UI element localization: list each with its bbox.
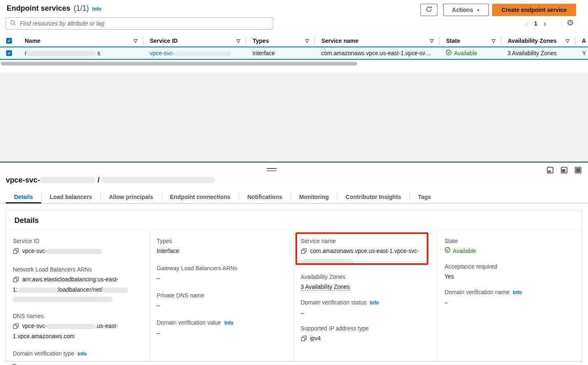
field-domain-verification-value: Domain verification value Info – (157, 319, 286, 337)
column-header-service-name[interactable]: Service name ▽ (315, 35, 439, 47)
panel-size-large-icon[interactable] (575, 167, 581, 173)
column-label: Name (25, 37, 40, 44)
sort-icon[interactable]: ▽ (562, 38, 569, 44)
resource-count: (1/1) (74, 4, 89, 13)
tab-monitoring[interactable]: Monitoring (291, 191, 337, 203)
select-all-cell: ✓ (0, 35, 18, 47)
cell-state: Available (439, 49, 501, 57)
availability-zones-popover-link[interactable]: 3 Availability Zones (301, 283, 350, 290)
field-label: DNS names (13, 312, 142, 320)
search-input[interactable] (19, 20, 269, 27)
split-panel-drag-handle[interactable] (267, 168, 277, 171)
field-dns-names: DNS names vpce-svc-.us-east- 1.vpce.amaz… (13, 312, 142, 341)
table-row[interactable]: ✓ r s vpce-svc- Interface com.amazonaws.… (0, 47, 588, 60)
tab-load-balancers[interactable]: Load balancers (42, 191, 100, 203)
column-header-name[interactable]: Name ▽ (18, 35, 143, 47)
field-value: – (157, 328, 286, 337)
field-value: – (13, 359, 142, 365)
redacted-text (40, 177, 95, 183)
column-label: Types (253, 37, 269, 44)
cell-service-id: vpce-svc- (143, 50, 246, 56)
page-title: Endpoint services (7, 4, 70, 13)
row-checkbox[interactable]: ✓ (6, 50, 12, 56)
field-supported-ip: Supported IP address type ipv4 (301, 325, 430, 344)
service-id-value-prefix: vpce-svc- (22, 248, 47, 254)
search-icon (10, 20, 16, 27)
field-label: Types (157, 237, 286, 245)
refresh-icon (425, 6, 432, 14)
tab-details[interactable]: Details (6, 191, 41, 203)
state-label: Available (453, 246, 476, 255)
field-glb-arns: Gateway Load Balancers ARNs – (157, 264, 286, 283)
redacted-text (102, 177, 215, 183)
tab-endpoint-connections[interactable]: Endpoint connections (162, 191, 239, 203)
select-all-checkbox[interactable]: ✓ (6, 38, 12, 44)
status-available-icon (444, 246, 451, 255)
sort-icon[interactable]: ▽ (130, 38, 137, 44)
sort-icon[interactable]: ▽ (427, 38, 434, 44)
panel-size-medium-icon[interactable] (561, 167, 567, 173)
field-value: Yes (444, 272, 574, 281)
tab-contributor-insights[interactable]: Contributor Insights (337, 191, 409, 203)
column-header-state[interactable]: State ▽ (439, 35, 501, 47)
field-private-dns-name: Private DNS name – (157, 292, 286, 310)
domain-verification-value-info-link[interactable]: Info (224, 319, 233, 327)
field-label: Availability Zones (301, 273, 430, 281)
panel-size-small-icon[interactable] (547, 167, 553, 173)
panel-title-separator: / (98, 176, 100, 184)
redacted-text (18, 288, 57, 293)
refresh-button[interactable] (421, 4, 437, 16)
nlb-arn-line2-prefix: 1: (13, 286, 18, 293)
cell-acceptance-truncated: Y (575, 50, 588, 56)
copy-icon[interactable] (13, 248, 19, 257)
tab-label: Notifications (247, 194, 282, 200)
field-label: Domain verification name (444, 288, 509, 296)
column-header-types[interactable]: Types ▽ (246, 35, 315, 47)
actions-button[interactable]: Actions ▼ (443, 4, 489, 16)
tab-bar: Details Load balancers Allow principals … (0, 191, 588, 204)
pagination-prev-icon[interactable]: ‹ (525, 19, 528, 28)
column-header-availability-zones[interactable]: Availability Zones ▽ (501, 35, 575, 47)
copy-icon[interactable] (13, 323, 19, 332)
sort-icon[interactable]: ▽ (302, 38, 309, 44)
domain-verification-name-info-link[interactable]: Info (513, 289, 522, 296)
service-id-link[interactable]: vpce-svc- (150, 50, 231, 56)
copy-icon[interactable] (13, 276, 19, 285)
redacted-text (13, 297, 113, 302)
gear-icon[interactable]: ⚙ (567, 18, 574, 28)
split-panel-title: vpce-svc- / (6, 176, 215, 185)
field-label: Network Load Balancers ARNs (13, 266, 142, 273)
column-label: A (582, 37, 586, 44)
field-value: – (301, 308, 430, 317)
copy-icon[interactable] (301, 335, 307, 344)
supported-ip-value: ipv4 (310, 335, 321, 342)
tab-allow-principals[interactable]: Allow principals (101, 191, 161, 203)
field-label: Private DNS name (157, 292, 286, 299)
sort-icon[interactable]: ▽ (233, 38, 240, 44)
pagination-next-icon[interactable]: › (544, 19, 546, 28)
copy-icon[interactable] (301, 248, 307, 257)
page-info-link[interactable]: Info (92, 6, 101, 12)
state-label: Available (454, 50, 477, 56)
column-header-service-id[interactable]: Service ID ▽ (143, 35, 246, 47)
availability-zones-popover-link[interactable]: 3 Availability Zones (507, 50, 557, 56)
cell-types: Interface (246, 50, 315, 56)
field-label: Gateway Load Balancers ARNs (157, 264, 286, 272)
pagination-divider (562, 19, 562, 28)
domain-verification-type-info-link[interactable]: Info (77, 350, 86, 358)
horizontal-scrollbar[interactable] (1, 62, 357, 66)
field-label: Supported IP address type (301, 325, 430, 332)
domain-verification-status-info-link[interactable]: Info (370, 299, 379, 307)
column-header-acceptance-truncated[interactable]: A (575, 35, 588, 47)
dns-name-line2: 1.vpce.amazonaws.com (13, 333, 74, 339)
field-label: Domain verification value (157, 319, 221, 326)
tab-tags[interactable]: Tags (410, 191, 439, 203)
pagination-current-page[interactable]: 1 (534, 20, 537, 27)
field-value: – (157, 274, 286, 283)
tab-label: Endpoint connections (170, 194, 230, 200)
create-endpoint-service-button[interactable]: Create endpoint service (492, 4, 576, 16)
sort-icon[interactable]: ▽ (488, 38, 495, 44)
tab-notifications[interactable]: Notifications (239, 191, 291, 203)
column-label: State (446, 37, 460, 44)
row-select-cell: ✓ (0, 50, 18, 56)
